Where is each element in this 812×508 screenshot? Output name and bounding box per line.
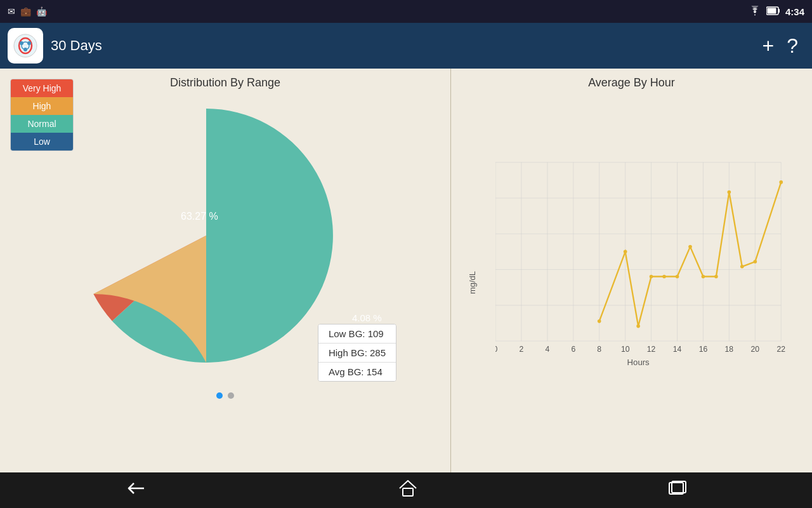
data-point xyxy=(676,275,679,279)
line-chart-container: mg/dL xyxy=(457,92,806,472)
app-bar: 30 Days + ? xyxy=(0,23,812,69)
svg-text:6: 6 xyxy=(571,345,575,354)
data-point xyxy=(662,275,666,279)
line-chart-title: Average By Hour xyxy=(588,76,675,90)
svg-text:10: 10 xyxy=(621,345,630,354)
svg-text:16: 16 xyxy=(699,345,708,354)
svg-text:22: 22 xyxy=(776,345,785,354)
bottom-nav xyxy=(0,472,812,508)
svg-text:Hours: Hours xyxy=(627,358,650,367)
help-button[interactable]: ? xyxy=(787,36,798,56)
svg-point-6 xyxy=(27,41,31,45)
pie-chart-title: Distribution By Range xyxy=(170,76,280,90)
legend-very-high[interactable]: Very High xyxy=(11,79,73,97)
status-bar: ✉ 💼 🤖 4:34 xyxy=(0,0,812,23)
svg-text:14: 14 xyxy=(673,345,682,354)
avg-bg-stat: Avg BG: 154 xyxy=(318,363,396,381)
svg-point-5 xyxy=(20,41,23,45)
y-axis-label: mg/dL xyxy=(468,271,477,293)
data-point xyxy=(598,319,601,323)
svg-text:18: 18 xyxy=(725,345,734,354)
android-icon: 🤖 xyxy=(36,6,47,17)
gmail-icon: ✉ xyxy=(8,6,15,17)
data-point xyxy=(702,275,705,279)
data-point xyxy=(728,190,731,194)
right-panel: Average By Hour mg/dL xyxy=(451,69,812,472)
battery-icon xyxy=(766,6,780,17)
svg-text:0: 0 xyxy=(495,345,498,354)
recent-apps-button[interactable] xyxy=(668,480,687,501)
app-logo xyxy=(8,28,43,64)
data-point xyxy=(636,324,640,328)
pie-normal-label: 63.27 % xyxy=(181,211,218,222)
status-icons-right: 4:34 xyxy=(749,6,804,18)
data-point xyxy=(779,180,783,184)
pie-normal-slice[interactable] xyxy=(112,109,333,363)
data-point xyxy=(754,260,757,264)
page-dot-2 xyxy=(228,392,234,399)
line-chart-svg: 200 150 0 2 4 6 8 10 12 14 16 18 20 22 H… xyxy=(495,98,793,441)
app-title: 30 Days xyxy=(51,37,755,54)
page-indicator xyxy=(216,389,234,402)
app-bar-actions: + ? xyxy=(763,36,798,56)
svg-text:2: 2 xyxy=(520,345,524,354)
legend-normal[interactable]: Normal xyxy=(11,115,73,133)
svg-rect-42 xyxy=(403,488,413,496)
pie-chart: 63.27 % 4.08 % 32.65 % Low BG: 109 High … xyxy=(48,96,403,388)
data-point xyxy=(624,250,627,254)
page-dot-1 xyxy=(216,392,223,399)
range-legend: Very High High Normal Low xyxy=(10,79,74,151)
high-bg-stat: High BG: 285 xyxy=(318,344,396,363)
data-point xyxy=(714,275,718,279)
status-icons-left: ✉ 💼 🤖 xyxy=(8,6,47,17)
main-content: Very High High Normal Low Distribution B… xyxy=(0,69,812,472)
legend-high[interactable]: High xyxy=(11,97,73,115)
svg-text:4: 4 xyxy=(545,345,549,354)
line-chart-path xyxy=(599,182,782,326)
svg-text:12: 12 xyxy=(647,345,656,354)
legend-low[interactable]: Low xyxy=(11,133,73,150)
briefcase-icon: 💼 xyxy=(20,6,31,17)
svg-text:20: 20 xyxy=(751,345,760,354)
wifi-icon xyxy=(749,6,761,18)
add-button[interactable]: + xyxy=(763,36,775,56)
pie-very-high-label: 4.08 % xyxy=(352,312,382,323)
stats-box: Low BG: 109 High BG: 285 Avg BG: 154 xyxy=(318,324,396,382)
time-display: 4:34 xyxy=(785,6,804,17)
svg-text:8: 8 xyxy=(597,345,601,354)
data-point xyxy=(740,265,744,269)
data-point xyxy=(650,275,653,279)
home-button[interactable] xyxy=(398,479,417,502)
svg-rect-2 xyxy=(767,8,776,13)
svg-rect-1 xyxy=(778,9,780,13)
back-button[interactable] xyxy=(125,480,148,500)
svg-point-7 xyxy=(23,48,27,51)
low-bg-stat: Low BG: 109 xyxy=(318,324,396,344)
data-point xyxy=(688,245,692,249)
left-panel: Very High High Normal Low Distribution B… xyxy=(0,69,450,472)
